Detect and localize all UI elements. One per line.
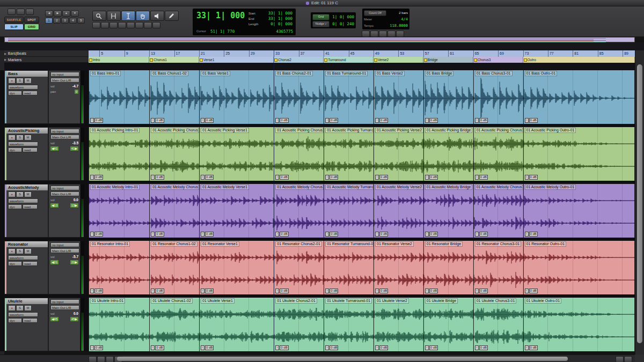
audio-region[interactable]: 01 Acoustic Melody Turnaround-01↑0 dB [324,184,374,238]
input-selector[interactable]: no input [50,186,79,190]
clip-gain-badge[interactable]: ↑0 dB [525,118,538,123]
audio-region[interactable]: 01 Resonator Verse2↑0 dB [374,241,423,294]
audio-region[interactable]: 01 Bass Chorus2-01↑0 dB [274,70,324,124]
audio-region[interactable]: 01 Resonator Turnaround-01↑0 dB [324,241,374,294]
vertical-zoom-midi-icon[interactable]: ▼ [71,10,79,17]
audio-region[interactable]: 01 Bass Bridge↑0 dB [423,70,473,124]
record-enable-button[interactable]: ● [8,191,16,197]
clip-gain-badge[interactable]: ↑0 dB [151,289,164,293]
scrubber-tool[interactable] [150,11,164,21]
marker-intro[interactable]: Intro [89,57,149,63]
automation-mode-selector[interactable]: read [23,318,38,323]
clip-gain-badge[interactable]: ↑0 dB [201,175,214,180]
clip-gain-badge[interactable]: ↑0 dB [201,232,214,237]
audio-region[interactable]: 01 Acoustic Melody Verse2↑0 dB [374,184,423,238]
go-to-end-icon[interactable] [387,31,396,37]
solo-button[interactable]: S [16,191,24,197]
audio-region[interactable]: 01 Bass Turnaround-01↑0 dB [324,70,374,124]
horizontal-scrollbar-thumb[interactable] [117,357,568,361]
track-name[interactable]: Ukulele [6,298,48,304]
mute-button[interactable]: M [24,305,32,311]
audio-region[interactable]: 01 Acoustic Picking Outro-01↑0 dB [523,127,635,181]
audio-region[interactable]: 01 Resonator Verse1↑0 dB [199,241,274,294]
automation-mode-selector[interactable]: read [23,261,38,266]
automation-mode-selector[interactable]: read [23,91,38,95]
output-selector[interactable]: Main Out L/R [50,78,79,83]
clip-gain-badge[interactable]: ↑0 dB [475,118,488,123]
marker-verse2[interactable]: Verse2 [374,57,423,63]
edit-mode-grid[interactable]: GRID [24,24,39,30]
grid-button[interactable]: Grid [312,14,330,20]
marker-verse1[interactable]: Verse1 [199,57,274,63]
automation-mode-selector[interactable]: read [23,204,38,209]
audio-region[interactable]: 01 Ukulele Turnaround-01↑0 dB [324,298,374,351]
audio-region[interactable]: 01 Ukulele Chorus1-02↑0 dB [149,298,199,351]
pan-display[interactable]: ◀2121▶ [50,260,78,264]
horizontal-scrollbar[interactable] [0,354,644,362]
audio-region[interactable]: 01 Ukulele Intro-01↑0 dB [89,298,149,351]
track-view-selector[interactable]: waveform [8,85,38,90]
audio-region[interactable]: 01 Acoustic Picking Verse1↑0 dB [199,127,274,181]
edit-mode-shuffle[interactable]: SHUFFLE [4,17,24,23]
audio-region[interactable]: 01 Resonator Chorus2-01↑0 dB [274,241,324,294]
toolbar-corner-button-2[interactable] [17,9,25,15]
clip-gain-badge[interactable]: ↑0 dB [151,345,164,350]
audio-region[interactable]: 01 Resonator Bridge↑0 dB [423,241,473,294]
track-view-selector[interactable]: waveform [8,142,38,146]
grid-value[interactable]: 1| 0| 000 [332,14,354,19]
audio-region[interactable]: 01 Acoustic Picking Verse2↑0 dB [374,127,423,181]
clip-gain-badge[interactable]: ↑0 dB [201,345,214,350]
zoom-toggle-icon[interactable] [92,22,100,28]
clip-gain-badge[interactable]: ↑0 dB [90,118,103,123]
hscroll-minus-icon[interactable] [616,356,624,362]
mirrored-editing-icon[interactable] [152,22,160,28]
audio-region[interactable]: 01 Ukulele Bridge↑0 dB [423,298,473,351]
clip-gain-badge[interactable]: ↑0 dB [525,232,538,237]
audio-region[interactable]: 01 Bass Verse2↑0 dB [374,70,423,124]
marker-chorus2[interactable]: Chorus2 [274,57,324,63]
toolbar-corner-button-1[interactable] [8,9,16,15]
trim-tool[interactable] [107,11,121,21]
output-selector[interactable]: Main Out L/R [50,191,79,196]
audio-region[interactable]: 01 Ukulele Chorus2-01↑0 dB [274,298,324,351]
audio-region[interactable]: 01 Acoustic Melody Intro-01↑0 dB [89,184,149,238]
track-lane[interactable]: 01 Bass Intro-01↑0 dB01 Bass Chorus1-02↑… [89,70,635,124]
clip-gain-badge[interactable]: ↑0 dB [375,289,388,293]
record-enable-button[interactable]: ● [8,135,16,141]
clip-gain-badge[interactable]: ↑0 dB [325,289,338,293]
track-lane[interactable]: 01 Ukulele Intro-01↑0 dB01 Ukulele Choru… [89,298,635,351]
audio-region[interactable]: 01 Acoustic Picking Chorus2-01↑0 dB [274,127,324,181]
clip-gain-badge[interactable]: ↑0 dB [151,118,164,123]
clip-gain-badge[interactable]: ↑0 dB [475,289,488,293]
track-name[interactable]: AcousticPicking [6,128,48,134]
vertical-zoom-audio-icon[interactable]: ▲ [62,10,70,17]
clip-gain-badge[interactable]: ↑0 dB [325,118,338,123]
track-view-selector[interactable]: waveform [8,198,38,203]
mute-button[interactable]: M [24,248,32,254]
record-enable-button[interactable]: ● [8,248,16,254]
elastic-audio-selector[interactable]: dyn [8,318,22,323]
track-view-selector[interactable]: waveform [8,255,38,260]
audio-region[interactable]: 01 Resonator Intro-01↑0 dB [89,241,149,294]
input-selector[interactable]: no input [50,299,79,304]
nudge-button[interactable]: Nudge ♪ [312,21,330,27]
clip-gain-badge[interactable]: ↑0 dB [475,345,488,350]
audio-region[interactable]: 01 Resonator Chorus3-01↑0 dB [473,241,523,294]
mute-button[interactable]: M [24,135,32,141]
solo-button[interactable]: S [16,305,24,311]
audio-region[interactable]: 01 Acoustic Melody Verse1↑0 dB [199,184,274,238]
audio-region[interactable]: 01 Acoustic Picking Chorus1-02↑0 dB [149,127,199,181]
audio-region[interactable]: 01 Bass Chorus1-02↑0 dB [149,70,199,124]
fast-forward-icon[interactable] [379,31,387,37]
audio-region[interactable]: 01 Acoustic Melody Chorus3-01↑0 dB [473,184,523,238]
toolbar-corner-button-3[interactable] [26,9,34,15]
return-to-zero-icon[interactable] [362,31,370,37]
vertical-scrollbar-thumb[interactable] [637,64,642,343]
automation-mode-selector[interactable]: read [23,147,38,152]
vertical-scrollbar[interactable] [635,50,644,354]
edit-mode-spot[interactable]: SPOT [24,17,39,23]
count-off-button[interactable]: Count Off [364,10,386,16]
audio-region[interactable]: 01 Bass Chorus3-01↑0 dB [473,70,523,124]
clip-gain-badge[interactable]: ↑0 dB [90,175,103,180]
output-selector[interactable]: Main Out L/R [50,248,79,253]
